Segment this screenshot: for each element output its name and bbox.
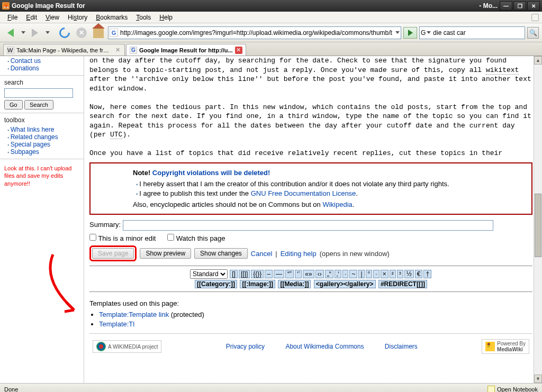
wikipedia-favicon: W (7, 47, 14, 54)
char-insert[interactable]: „“ (325, 270, 333, 278)
wiki-markup-insert[interactable]: [[:Image:]] (240, 280, 275, 288)
open-notebook-button[interactable]: Open Notebook (487, 386, 538, 393)
templates-heading: Templates used on this page: (89, 299, 532, 307)
wiki-markup-insert[interactable]: #REDIRECT[[]] (378, 280, 427, 288)
char-insert[interactable]: ‘’ (295, 270, 302, 278)
reload-button[interactable] (57, 25, 72, 40)
window-title: Google Image Result for (12, 2, 479, 10)
sidebar-search-heading: search (4, 79, 79, 86)
minor-edit-checkbox[interactable]: This is a minor edit (89, 234, 156, 242)
char-insert[interactable]: · (373, 270, 379, 278)
sidebar-link-contact[interactable]: Contact us (11, 57, 41, 65)
char-insert[interactable]: ‚‘ (335, 270, 341, 278)
char-insert[interactable]: · (342, 270, 348, 278)
menu-edit[interactable]: Edit (22, 13, 41, 22)
menu-tools[interactable]: Tools (132, 13, 155, 22)
sidebar-link-whatlinks[interactable]: What links here (11, 126, 55, 133)
footer-disclaimers-link[interactable]: Disclaimers (385, 343, 418, 350)
editing-help-link[interactable]: Editing help (281, 250, 317, 258)
search-button[interactable]: 🔍 (527, 27, 539, 39)
mediawiki-badge[interactable]: 🌻 Powered ByMediaWiki (482, 339, 529, 354)
google-favicon: G (130, 47, 137, 54)
tab-close-icon[interactable]: ✕ (235, 47, 242, 54)
char-insert[interactable]: [[]] (239, 270, 250, 278)
char-insert[interactable]: × (381, 270, 389, 278)
save-page-button[interactable]: Save page (92, 248, 134, 259)
char-insert[interactable]: “” (285, 270, 294, 278)
template-link-1[interactable]: Template:Template link (99, 311, 169, 318)
char-insert[interactable]: † (423, 270, 431, 278)
back-button[interactable] (3, 25, 18, 40)
go-button[interactable] (403, 27, 417, 39)
char-insert[interactable]: «» (303, 270, 314, 278)
maximize-button[interactable]: ❐ (513, 1, 526, 11)
note-also: Also, encyclopedic articles should not b… (133, 200, 525, 208)
url-dropdown[interactable] (395, 31, 400, 34)
save-highlight-box: Save page (89, 245, 137, 261)
footer-about-link[interactable]: About Wikimedia Commons (285, 343, 364, 350)
site-favicon: G (110, 29, 118, 37)
navigation-toolbar: ✕ G G 🔍 (0, 23, 542, 42)
char-insert[interactable]: – (265, 270, 273, 278)
summary-input[interactable] (123, 220, 493, 231)
user-annotation: Look at this. I can't upload files and s… (4, 165, 79, 187)
char-insert[interactable]: ½ (404, 270, 414, 278)
forward-dropdown[interactable] (46, 31, 50, 34)
scroll-thumb[interactable] (535, 194, 541, 257)
close-button[interactable]: ✕ (527, 1, 540, 11)
menu-history[interactable]: History (64, 13, 92, 22)
minimize-button[interactable]: — (500, 1, 512, 11)
show-changes-button[interactable]: Show changes (194, 248, 248, 259)
search-engine-dropdown[interactable] (427, 31, 431, 34)
show-preview-button[interactable]: Show preview (140, 248, 191, 259)
footer-privacy-link[interactable]: Privacy policy (226, 343, 265, 350)
menu-file[interactable]: File (3, 13, 22, 22)
back-dropdown[interactable] (21, 31, 25, 34)
search-bar[interactable]: G (419, 26, 525, 39)
wikipedia-link[interactable]: Wikipedia (322, 200, 352, 208)
char-insert[interactable]: ³ (397, 270, 403, 278)
char-insert[interactable]: [] (230, 270, 238, 278)
scroll-down-icon[interactable]: ▼ (534, 375, 542, 383)
char-insert[interactable]: ~ (349, 270, 357, 278)
stop-button[interactable]: ✕ (74, 25, 89, 40)
sidebar-link-special[interactable]: Special pages (11, 141, 50, 148)
menu-view[interactable]: View (41, 13, 64, 22)
sidebar-link-related[interactable]: Related changes (11, 133, 58, 141)
tab-close-icon[interactable]: ✕ (114, 47, 121, 54)
scroll-up-icon[interactable]: ▲ (534, 56, 542, 65)
menu-bookmarks[interactable]: Bookmarks (92, 13, 132, 22)
char-insert[interactable]: {{}} (251, 270, 264, 278)
char-insert[interactable]: | (358, 270, 364, 278)
char-insert[interactable]: — (274, 270, 284, 278)
home-button[interactable] (91, 25, 106, 40)
sidebar-link-subpages[interactable]: Subpages (11, 148, 39, 156)
cancel-link[interactable]: Cancel (251, 250, 272, 258)
activity-icon (531, 14, 539, 21)
charset-select[interactable]: Standard (190, 269, 228, 279)
search-input[interactable] (431, 29, 523, 37)
wiki-markup-insert[interactable]: [[Category:]] (195, 280, 237, 288)
wikimedia-badge[interactable]: A WIKIMEDIA project (93, 340, 161, 353)
sidebar-link-donations[interactable]: Donations (11, 65, 39, 72)
sidebar-search-button[interactable]: Search (24, 100, 53, 110)
wiki-markup-insert[interactable]: <gallery></gallery> (314, 280, 376, 288)
tab-wikipedia[interactable]: W Talk:Main Page - Wikipedia, the free e… (3, 44, 125, 56)
url-input[interactable] (118, 29, 394, 37)
status-bar: Done Open Notebook (0, 383, 542, 392)
forward-button[interactable] (28, 25, 42, 40)
scrollbar[interactable]: ▲ ▼ (534, 56, 542, 383)
tab-google-image[interactable]: G Google Image Result for http://u... ✕ (126, 44, 246, 56)
sidebar-go-button[interactable]: Go (4, 100, 23, 110)
char-insert[interactable]: ‹› (315, 270, 324, 278)
char-insert[interactable]: € (415, 270, 423, 278)
char-insert[interactable]: ² (390, 270, 396, 278)
watch-page-checkbox[interactable]: Watch this page (167, 234, 225, 242)
template-link-2[interactable]: Template:Tl (99, 320, 134, 328)
sidebar-search-input[interactable] (4, 88, 73, 98)
wiki-markup-insert[interactable]: [[Media:]] (278, 280, 311, 288)
gfdl-link[interactable]: GNU Free Documentation License (251, 189, 356, 197)
menu-help[interactable]: Help (155, 13, 177, 22)
char-insert[interactable]: ° (366, 270, 373, 278)
url-bar[interactable]: G (108, 26, 401, 39)
